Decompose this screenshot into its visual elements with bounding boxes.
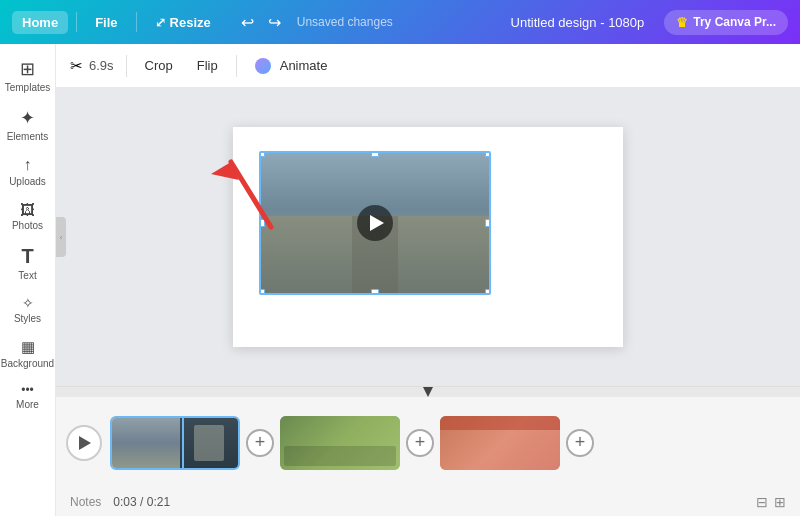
video-play-button[interactable]: [357, 205, 393, 241]
timeline-play-button[interactable]: [66, 425, 102, 461]
handle-bottom-left[interactable]: [259, 289, 265, 295]
notes-label: Notes: [70, 495, 101, 509]
sidebar-label-background: Background: [1, 358, 54, 369]
scissors-icon: ✂: [70, 57, 83, 75]
photos-icon: 🖼: [20, 201, 35, 218]
sidebar-item-photos[interactable]: 🖼 Photos: [2, 195, 54, 237]
home-button[interactable]: Home: [12, 11, 68, 34]
sidebar-label-elements: Elements: [7, 131, 49, 142]
toolbar: ✂ 6.9s Crop Flip Animate: [56, 44, 800, 88]
more-icon: •••: [21, 383, 34, 397]
nav-divider-1: [76, 12, 77, 32]
toolbar-divider-2: [236, 55, 237, 77]
handle-top-mid[interactable]: [371, 151, 379, 157]
sidebar-item-text[interactable]: T Text: [2, 239, 54, 287]
canvas-page: ↻ ↻: [233, 127, 623, 347]
timeline-zoom-out[interactable]: ⊟: [756, 494, 768, 510]
flip-button[interactable]: Flip: [187, 53, 228, 78]
clip-2[interactable]: [280, 416, 400, 470]
templates-icon: ⊞: [20, 58, 35, 80]
top-bar: Home File ⤢ Resize ↩ ↪ Unsaved changes U…: [0, 0, 800, 44]
sidebar-label-styles: Styles: [14, 313, 41, 324]
redo-button[interactable]: ↪: [264, 11, 285, 34]
resize-icon: ⤢: [155, 15, 166, 30]
canvas-area: ‹: [56, 88, 800, 386]
sidebar-item-templates[interactable]: ⊞ Templates: [2, 52, 54, 99]
clip-duration: 6.9s: [89, 58, 114, 73]
uploads-icon: ↑: [24, 156, 32, 174]
timeline-scrubber[interactable]: [56, 387, 800, 397]
add-clip-button-1[interactable]: +: [246, 429, 274, 457]
timeline-play-icon: [79, 436, 91, 450]
elements-icon: ✦: [20, 107, 35, 129]
timeline-tracks: + + +: [56, 397, 800, 488]
clip-1-right-thumbnail: [180, 418, 238, 468]
sidebar-label-uploads: Uploads: [9, 176, 46, 187]
animate-button[interactable]: Animate: [245, 53, 338, 79]
clip-1[interactable]: [110, 416, 240, 470]
sidebar-label-templates: Templates: [5, 82, 51, 93]
sidebar-item-more[interactable]: ••• More: [2, 377, 54, 416]
design-title: Untitled design - 1080p: [511, 15, 645, 30]
clip-divider: [182, 418, 184, 468]
crop-button[interactable]: Crop: [135, 53, 183, 78]
timeline-zoom-in[interactable]: ⊞: [774, 494, 786, 510]
sidebar-item-styles[interactable]: ✧ Styles: [2, 289, 54, 330]
background-icon: ▦: [21, 338, 35, 356]
time-display: 0:03 / 0:21: [113, 495, 170, 509]
undo-button[interactable]: ↩: [237, 11, 258, 34]
sidebar-item-background[interactable]: ▦ Background: [2, 332, 54, 375]
timeline-footer: Notes 0:03 / 0:21 ⊟ ⊞: [56, 488, 800, 516]
toolbar-divider-1: [126, 55, 127, 77]
sidebar: ⊞ Templates ✦ Elements ↑ Uploads 🖼 Photo…: [0, 44, 56, 516]
unsaved-label: Unsaved changes: [297, 15, 393, 29]
clip-1-left-thumbnail: [112, 418, 180, 468]
styles-icon: ✧: [22, 295, 34, 311]
resize-button[interactable]: ⤢ Resize: [145, 11, 221, 34]
add-clip-button-3[interactable]: +: [566, 429, 594, 457]
crown-icon: ♛: [676, 15, 688, 30]
handle-top-right[interactable]: [485, 151, 491, 157]
sidebar-label-text: Text: [18, 270, 36, 281]
content-area: ✂ 6.9s Crop Flip Animate ‹: [56, 44, 800, 516]
clip-container: + + +: [110, 416, 790, 470]
handle-right-mid[interactable]: [485, 219, 491, 227]
handle-bottom-mid[interactable]: [371, 289, 379, 295]
sidebar-label-photos: Photos: [12, 220, 43, 231]
collapse-handle[interactable]: ‹: [56, 217, 66, 257]
handle-left-mid[interactable]: [259, 219, 265, 227]
file-button[interactable]: File: [85, 11, 127, 34]
animate-icon: [255, 58, 271, 74]
undo-redo-group: ↩ ↪: [237, 11, 285, 34]
main-area: ⊞ Templates ✦ Elements ↑ Uploads 🖼 Photo…: [0, 44, 800, 516]
text-icon: T: [21, 245, 33, 268]
play-triangle-icon: [370, 215, 384, 231]
sidebar-item-uploads[interactable]: ↑ Uploads: [2, 150, 54, 193]
handle-top-left[interactable]: [259, 151, 265, 157]
handle-bottom-right[interactable]: [485, 289, 491, 295]
video-element[interactable]: ↻ ↻: [259, 151, 491, 295]
nav-divider-2: [136, 12, 137, 32]
timeline-area: + + +: [56, 386, 800, 516]
sidebar-item-elements[interactable]: ✦ Elements: [2, 101, 54, 148]
try-canva-button[interactable]: ♛ Try Canva Pr...: [664, 10, 788, 35]
scrubber-marker: [423, 387, 433, 397]
clip-3[interactable]: [440, 416, 560, 470]
sidebar-label-more: More: [16, 399, 39, 410]
add-clip-button-2[interactable]: +: [406, 429, 434, 457]
